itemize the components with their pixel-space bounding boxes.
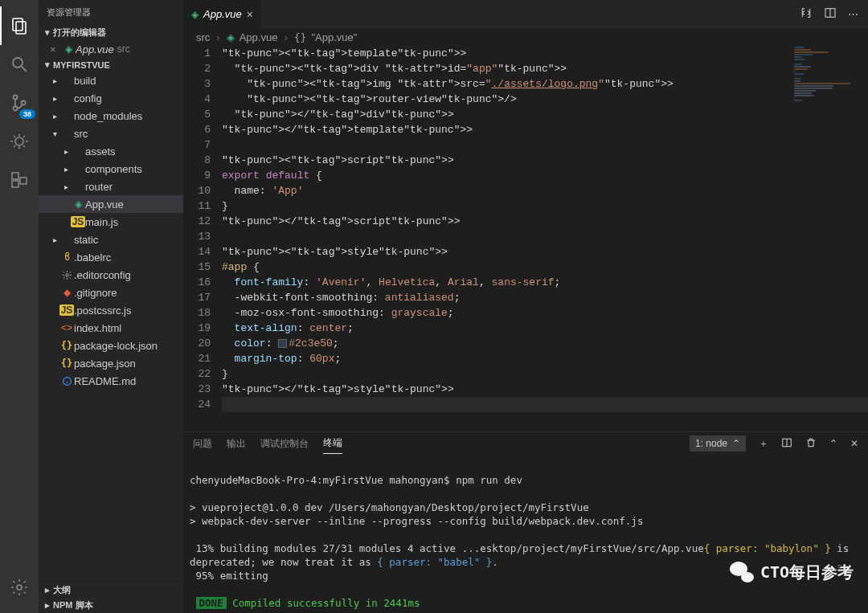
svg-point-11 — [17, 585, 22, 590]
chevron-icon: ▸ — [50, 235, 59, 244]
folder-item[interactable]: ▸config — [39, 89, 183, 107]
scm-badge: 38 — [19, 109, 35, 119]
watermark: CTO每日参考 — [730, 562, 854, 582]
settings-gear-icon[interactable] — [0, 568, 39, 607]
file-item[interactable]: {}package-lock.json — [39, 337, 183, 354]
close-panel-icon[interactable]: ✕ — [850, 438, 858, 449]
vue-icon: ◈ — [71, 198, 85, 210]
chevron-icon: ▸ — [61, 182, 71, 191]
chevron-icon: ▸ — [50, 94, 59, 103]
close-icon[interactable]: × — [247, 8, 253, 21]
svg-rect-8 — [12, 173, 18, 179]
tab-output[interactable]: 输出 — [227, 434, 246, 454]
tab-bar: ◈ App.vue × ⋯ — [183, 0, 868, 28]
activity-bar: 38 — [0, 0, 39, 613]
trash-icon[interactable] — [805, 437, 817, 451]
open-editors-header[interactable]: ▾ 打开的编辑器 — [39, 25, 183, 40]
svg-rect-0 — [13, 18, 23, 31]
explorer-sidebar: 资源管理器 ▾ 打开的编辑器 × ◈ App.vue src ▾ MYFIRST… — [39, 0, 183, 613]
minimap[interactable] — [791, 46, 868, 206]
source-control-icon[interactable]: 38 — [0, 84, 39, 122]
chevron-icon: ▸ — [50, 112, 59, 121]
chevron-down-icon: ▾ — [42, 27, 53, 38]
open-editor-item[interactable]: × ◈ App.vue src — [39, 40, 183, 58]
more-actions-icon[interactable]: ⋯ — [848, 8, 858, 20]
npm-scripts-header[interactable]: ▸ NPM 脚本 — [39, 598, 183, 613]
folder-item[interactable]: ▸build — [39, 72, 183, 89]
file-item[interactable]: .editorconfig — [39, 266, 183, 284]
maximize-panel-icon[interactable]: ⌃ — [829, 438, 837, 449]
wechat-icon — [730, 562, 754, 582]
file-item[interactable]: <>index.html — [39, 319, 183, 337]
js-icon: JS — [59, 304, 74, 316]
file-item[interactable]: README.md — [39, 372, 183, 390]
debug-icon[interactable] — [0, 122, 39, 161]
folder-item[interactable]: ▸static — [39, 231, 183, 248]
file-item[interactable]: ◆.gitignore — [39, 284, 183, 301]
chevron-right-icon: › — [284, 31, 287, 43]
folder-item[interactable]: ▸node_modules — [39, 107, 183, 125]
file-item[interactable]: ϐ.babelrc — [39, 248, 183, 266]
svg-point-7 — [15, 137, 23, 145]
editor-group: ◈ App.vue × ⋯ src › ◈ App.vue › {} "App.… — [183, 0, 868, 613]
outline-header[interactable]: ▸ 大纲 — [39, 582, 183, 598]
code-content[interactable]: "tk-punc"><"tk-tag">template"tk-punc">> … — [222, 46, 868, 431]
chevron-right-icon: › — [216, 31, 219, 43]
search-icon[interactable] — [0, 45, 39, 84]
html-icon: <> — [59, 322, 74, 333]
project-header[interactable]: ▾ MYFIRSTVUE — [39, 58, 183, 72]
file-item[interactable]: {}package.json — [39, 354, 183, 372]
folder-item[interactable]: ▸router — [39, 178, 183, 195]
file-item[interactable]: ◈App.vue — [39, 195, 183, 213]
chevron-icon: ▾ — [50, 129, 59, 138]
vue-file-icon: ◈ — [191, 9, 199, 20]
chevron-right-icon: ▸ — [42, 600, 53, 611]
folder-item[interactable]: ▸components — [39, 160, 183, 178]
explorer-icon[interactable] — [0, 6, 39, 45]
code-editor[interactable]: 123456789101112131415161718192021222324 … — [183, 46, 868, 431]
file-item[interactable]: JSmain.js — [39, 213, 183, 231]
tab-problems[interactable]: 问题 — [193, 434, 212, 454]
folder-item[interactable]: ▸assets — [39, 142, 183, 160]
babel-icon: ϐ — [59, 251, 74, 263]
sidebar-title: 资源管理器 — [39, 0, 183, 25]
folder-item[interactable]: ▾src — [39, 125, 183, 142]
extensions-icon[interactable] — [0, 161, 39, 199]
svg-point-2 — [13, 58, 23, 67]
svg-line-3 — [22, 67, 27, 72]
svg-point-4 — [14, 96, 18, 100]
terminal[interactable]: chenyudeMacBook-Pro-4:myFirstVue mahongy… — [183, 455, 868, 613]
js-icon: JS — [71, 216, 85, 227]
panel-tabs: 问题 输出 调试控制台 终端 1: node ⌃ ＋ ⌃ ✕ — [183, 432, 868, 455]
breadcrumb[interactable]: src › ◈ App.vue › {} "App.vue" — [183, 28, 868, 46]
new-terminal-icon[interactable]: ＋ — [759, 437, 768, 451]
vue-file-icon: ◈ — [227, 31, 235, 43]
git-icon: ◆ — [59, 287, 74, 298]
chevron-icon: ▸ — [61, 147, 71, 156]
split-terminal-icon[interactable] — [781, 437, 792, 451]
position-number: 59 — [837, 562, 849, 576]
md-icon — [59, 376, 74, 386]
split-editor-icon[interactable] — [824, 6, 837, 22]
tab-app-vue[interactable]: ◈ App.vue × — [183, 0, 262, 28]
vue-file-icon: ◈ — [61, 43, 76, 55]
terminal-selector[interactable]: 1: node ⌃ — [690, 435, 746, 452]
close-icon[interactable]: × — [50, 43, 61, 55]
panel: 问题 输出 调试控制台 终端 1: node ⌃ ＋ ⌃ ✕ chenyudeM… — [183, 431, 868, 613]
json-icon: {} — [59, 340, 74, 351]
svg-point-12 — [65, 273, 68, 276]
chevron-icon: ▸ — [61, 165, 71, 174]
compare-changes-icon[interactable] — [800, 6, 813, 22]
svg-point-5 — [14, 107, 18, 111]
svg-rect-9 — [12, 181, 18, 187]
chevron-updown-icon: ⌃ — [732, 438, 740, 449]
tab-debug-console[interactable]: 调试控制台 — [260, 434, 309, 454]
tab-terminal[interactable]: 终端 — [323, 433, 342, 454]
file-tree: ▸build▸config▸node_modules▾src▸assets▸co… — [39, 72, 183, 582]
workbench: 38 资源管理器 ▾ 打开的编辑器 × ◈ App.vue src ▾ MYFI… — [0, 0, 868, 613]
svg-rect-10 — [20, 178, 27, 184]
chevron-right-icon: ▸ — [42, 585, 53, 595]
file-item[interactable]: JS.postcssrc.js — [39, 301, 183, 319]
svg-rect-1 — [16, 22, 26, 34]
braces-icon: {} — [294, 31, 307, 43]
